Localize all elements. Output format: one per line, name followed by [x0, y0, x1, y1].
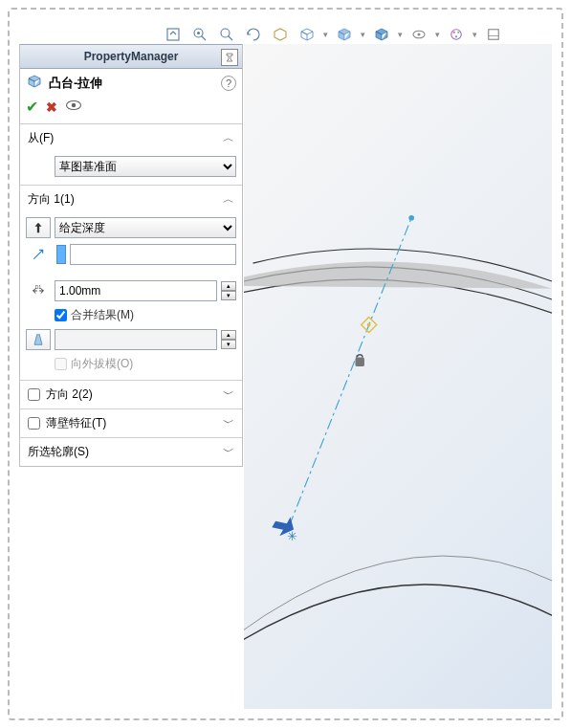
graphics-viewport[interactable]: ✳: [244, 44, 552, 709]
svg-rect-12: [489, 30, 499, 40]
hide-show-icon[interactable]: [408, 24, 429, 45]
section-dir2-header[interactable]: 方向 2(2) ﹀: [20, 381, 242, 409]
svg-point-15: [72, 102, 77, 107]
display-wireframe-icon[interactable]: [334, 24, 355, 45]
svg-text:✳: ✳: [287, 529, 297, 543]
section-contours-header[interactable]: 所选轮廓(S) ﹀: [20, 438, 242, 466]
svg-line-5: [229, 36, 233, 41]
help-icon[interactable]: ?: [221, 76, 236, 91]
extrude-icon: [26, 73, 43, 94]
svg-line-2: [202, 36, 207, 41]
depth-icon: D1: [26, 283, 51, 298]
chevron-down-icon: ﹀: [223, 444, 234, 460]
svg-point-18: [408, 215, 414, 221]
preview-icon[interactable]: [65, 99, 82, 116]
depth-input[interactable]: [55, 280, 217, 301]
section-dir1-header[interactable]: 方向 1(1) ︿: [20, 186, 242, 213]
chevron-up-icon: ︿: [223, 130, 234, 146]
merge-result-checkbox[interactable]: 合并结果(M): [55, 307, 134, 323]
ok-button[interactable]: ✔: [26, 98, 38, 116]
svg-point-10: [457, 32, 459, 33]
cancel-button[interactable]: ✖: [46, 99, 57, 115]
chevron-up-icon: ︿: [223, 191, 234, 208]
chevron-down-icon: ﹀: [223, 415, 234, 431]
svg-point-21: [367, 323, 371, 327]
draft-icon[interactable]: [26, 329, 51, 350]
svg-point-8: [451, 30, 462, 40]
scene-icon[interactable]: [483, 24, 504, 45]
pm-title: PropertyManager: [20, 50, 242, 63]
draft-spinner[interactable]: ▴▾: [221, 330, 236, 349]
depth-spinner[interactable]: ▴▾: [221, 281, 236, 300]
chevron-down-icon: ﹀: [223, 386, 234, 403]
property-manager-panel: PropertyManager 凸台-拉伸 ? ✔ ✖ 从(F) ︿: [19, 44, 243, 467]
section-dir1-label: 方向 1(1): [28, 191, 75, 208]
end-condition-select[interactable]: 给定深度: [55, 217, 236, 238]
section-from-header[interactable]: 从(F) ︿: [20, 124, 242, 152]
model-view: ✳: [244, 44, 552, 709]
reverse-direction-icon[interactable]: [26, 217, 51, 238]
section-dir1: 方向 1(1) ︿ 给定深度: [20, 186, 242, 381]
zoom-prev-icon[interactable]: [216, 24, 237, 45]
svg-point-7: [418, 33, 421, 36]
view-orientation-icon[interactable]: [296, 24, 318, 45]
draft-outward-checkbox: 向外拔模(O): [55, 356, 133, 372]
draft-input[interactable]: [55, 329, 217, 350]
section-dir2-label: 方向 2(2): [46, 386, 93, 403]
direction-input[interactable]: [70, 244, 236, 265]
appearance-icon[interactable]: [446, 24, 467, 45]
pm-header: PropertyManager: [20, 44, 242, 69]
section-from-label: 从(F): [28, 130, 54, 146]
section-contours-label: 所选轮廓(S): [28, 444, 89, 460]
rotate-view-icon[interactable]: [243, 24, 264, 45]
zoom-fit-icon[interactable]: [163, 24, 184, 45]
svg-point-9: [453, 32, 455, 33]
svg-rect-0: [167, 29, 179, 40]
section-view-icon[interactable]: [270, 24, 291, 45]
feature-title: 凸台-拉伸: [49, 75, 215, 92]
direction-vector-icon: [26, 248, 51, 261]
svg-point-11: [455, 35, 457, 37]
section-thin-header[interactable]: 薄壁特征(T) ﹀: [20, 409, 242, 438]
display-shaded-icon[interactable]: [371, 24, 392, 45]
thin-checkbox[interactable]: [28, 417, 40, 430]
dir2-checkbox[interactable]: [28, 388, 40, 401]
section-thin-label: 薄壁特征(T): [46, 415, 106, 431]
from-select[interactable]: 草图基准面: [55, 156, 236, 177]
svg-text:D1: D1: [35, 285, 41, 290]
svg-rect-23: [355, 358, 363, 366]
direction-color: [56, 245, 66, 264]
svg-point-3: [197, 32, 200, 34]
section-from: 从(F) ︿ 草图基准面: [20, 124, 242, 186]
pin-icon[interactable]: [221, 49, 238, 66]
zoom-area-icon[interactable]: [189, 24, 210, 45]
